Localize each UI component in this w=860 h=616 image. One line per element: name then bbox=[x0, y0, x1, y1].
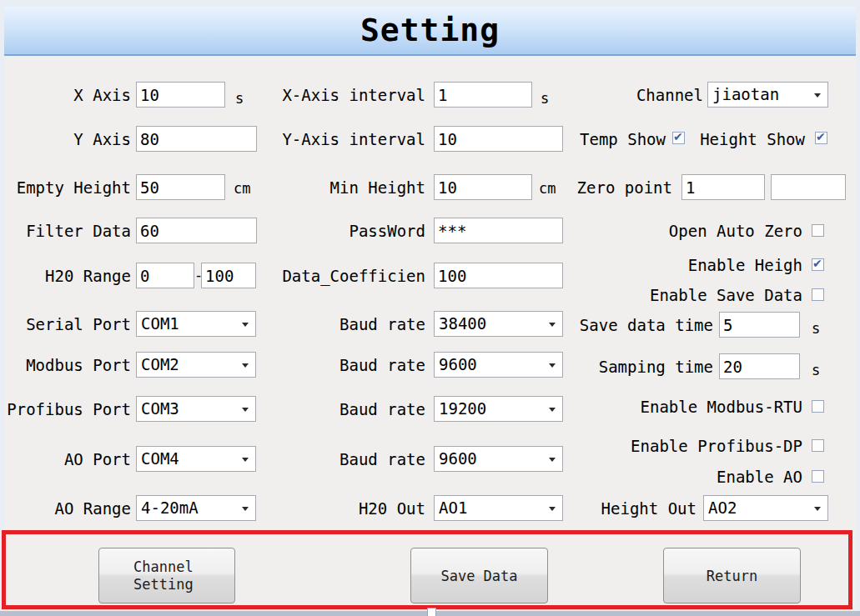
chevron-down-icon bbox=[242, 507, 249, 511]
ao-range-value: 4-20mA bbox=[141, 498, 199, 517]
open-auto-zero-checkbox[interactable] bbox=[812, 224, 824, 237]
h2o-range-label: H20 Range bbox=[0, 266, 131, 286]
chevron-down-icon bbox=[549, 363, 556, 368]
h2o-out-value: AO1 bbox=[439, 498, 467, 517]
modbus-baud-label: Baud rate bbox=[275, 355, 425, 375]
return-button-label: Return bbox=[707, 568, 757, 584]
y-interval-label: Y-Axis interval bbox=[275, 129, 425, 149]
enable-save-data-checkbox[interactable] bbox=[812, 288, 824, 301]
height-out-label: Height Out bbox=[580, 498, 697, 518]
serial-port-select[interactable]: COM1 bbox=[136, 311, 256, 337]
ao-port-label: AO Port bbox=[0, 449, 131, 469]
zero-point-label: Zero point bbox=[554, 178, 672, 198]
height-show-label: Height Show bbox=[689, 129, 805, 149]
height-out-select[interactable]: AO2 bbox=[703, 495, 828, 521]
profibus-baud-label: Baud rate bbox=[275, 399, 425, 419]
ao-range-select[interactable]: 4-20mA bbox=[136, 495, 256, 521]
ao-baud-value: 9600 bbox=[439, 449, 477, 468]
enable-modbus-rtu-checkbox[interactable] bbox=[812, 400, 824, 413]
x-interval-unit: s bbox=[541, 89, 549, 108]
chevron-down-icon bbox=[242, 458, 249, 462]
profibus-baud-value: 19200 bbox=[439, 399, 486, 418]
serial-port-label: Serial Port bbox=[0, 314, 131, 334]
save-data-time-input[interactable] bbox=[719, 312, 800, 338]
title-bar: Setting bbox=[4, 7, 856, 56]
ao-port-value: COM4 bbox=[141, 449, 179, 468]
enable-ao-checkbox[interactable] bbox=[812, 470, 824, 483]
samping-time-input[interactable] bbox=[719, 353, 800, 379]
empty-height-unit: cm bbox=[234, 179, 250, 198]
profibus-port-label: Profibus Port bbox=[0, 399, 131, 419]
chevron-down-icon bbox=[549, 323, 556, 327]
enable-save-data-label: Enable Save Data bbox=[626, 285, 802, 305]
chevron-down-icon bbox=[242, 363, 249, 368]
ao-baud-select[interactable]: 9600 bbox=[434, 446, 563, 472]
modbus-port-select[interactable]: COM2 bbox=[136, 352, 256, 378]
enable-ao-label: Enable AO bbox=[659, 467, 802, 487]
temp-show-checkbox[interactable] bbox=[672, 132, 685, 144]
zero-point-input[interactable] bbox=[681, 174, 765, 200]
serial-baud-select[interactable]: 38400 bbox=[434, 311, 563, 337]
channel-value: jiaotan bbox=[712, 85, 779, 103]
modbus-baud-select[interactable]: 9600 bbox=[434, 352, 563, 378]
save-data-button[interactable]: Save Data bbox=[410, 548, 548, 603]
min-height-label: Min Height bbox=[275, 178, 425, 198]
h2o-range-max-input[interactable] bbox=[201, 263, 256, 288]
chevron-down-icon bbox=[242, 408, 249, 412]
channel-select[interactable]: jiaotan bbox=[707, 82, 828, 108]
background-window-fragment bbox=[427, 608, 436, 616]
h2o-out-select[interactable]: AO1 bbox=[434, 495, 563, 521]
data-coefficien-input[interactable] bbox=[434, 263, 563, 288]
h2o-range-min-input[interactable] bbox=[136, 263, 194, 288]
enable-profibus-dp-label: Enable Profibus-DP bbox=[617, 436, 802, 456]
profibus-port-select[interactable]: COM3 bbox=[136, 396, 256, 422]
enable-heigh-label: Enable Heigh bbox=[659, 255, 802, 275]
window-border-right bbox=[856, 0, 860, 616]
chevron-down-icon bbox=[549, 507, 556, 511]
h2o-out-label: H20 Out bbox=[275, 498, 425, 518]
profibus-port-value: COM3 bbox=[141, 399, 179, 418]
modbus-port-value: COM2 bbox=[141, 355, 179, 373]
password-input[interactable] bbox=[434, 218, 563, 243]
zero-point-input-2[interactable] bbox=[771, 174, 846, 200]
profibus-baud-select[interactable]: 19200 bbox=[434, 396, 563, 422]
height-out-value: AO2 bbox=[708, 498, 737, 517]
x-interval-label: X-Axis interval bbox=[275, 85, 425, 105]
page-title: Setting bbox=[4, 12, 856, 48]
password-label: PassWord bbox=[275, 221, 425, 241]
setting-window: Setting X Axis s X-Axis interval s Chann… bbox=[0, 0, 860, 616]
temp-show-label: Temp Show bbox=[542, 129, 666, 149]
channel-label: Channel bbox=[584, 85, 703, 105]
y-axis-input[interactable] bbox=[136, 126, 257, 152]
channel-setting-button[interactable]: Channel Setting bbox=[98, 548, 235, 603]
enable-heigh-checkbox[interactable] bbox=[812, 258, 824, 271]
serial-baud-value: 38400 bbox=[439, 314, 486, 333]
return-button[interactable]: Return bbox=[663, 548, 801, 603]
x-axis-label: X Axis bbox=[0, 85, 131, 105]
y-axis-label: Y Axis bbox=[0, 129, 131, 149]
ao-baud-label: Baud rate bbox=[275, 449, 425, 469]
serial-baud-label: Baud rate bbox=[275, 314, 425, 334]
chevron-down-icon bbox=[814, 507, 821, 511]
save-data-time-unit: s bbox=[812, 319, 820, 338]
ao-port-select[interactable]: COM4 bbox=[136, 446, 256, 472]
empty-height-input[interactable] bbox=[136, 174, 225, 200]
modbus-baud-value: 9600 bbox=[439, 355, 477, 373]
height-show-checkbox[interactable] bbox=[815, 132, 827, 144]
filter-data-label: Filter Data bbox=[0, 221, 131, 241]
serial-port-value: COM1 bbox=[141, 314, 179, 333]
x-interval-input[interactable] bbox=[434, 82, 532, 108]
chevron-down-icon bbox=[549, 458, 556, 462]
min-height-input[interactable] bbox=[434, 174, 532, 200]
filter-data-input[interactable] bbox=[136, 218, 257, 243]
x-axis-unit: s bbox=[235, 89, 244, 108]
save-data-button-label: Save Data bbox=[440, 568, 517, 584]
x-axis-input[interactable] bbox=[136, 82, 225, 108]
chevron-down-icon bbox=[242, 323, 249, 327]
ao-range-label: AO Range bbox=[0, 498, 131, 518]
enable-modbus-rtu-label: Enable Modbus-RTU bbox=[617, 397, 802, 417]
data-coefficien-label: Data_Coefficien bbox=[275, 266, 425, 286]
chevron-down-icon bbox=[549, 408, 556, 412]
samping-time-label: Samping time bbox=[570, 357, 713, 377]
enable-profibus-dp-checkbox[interactable] bbox=[812, 439, 824, 452]
